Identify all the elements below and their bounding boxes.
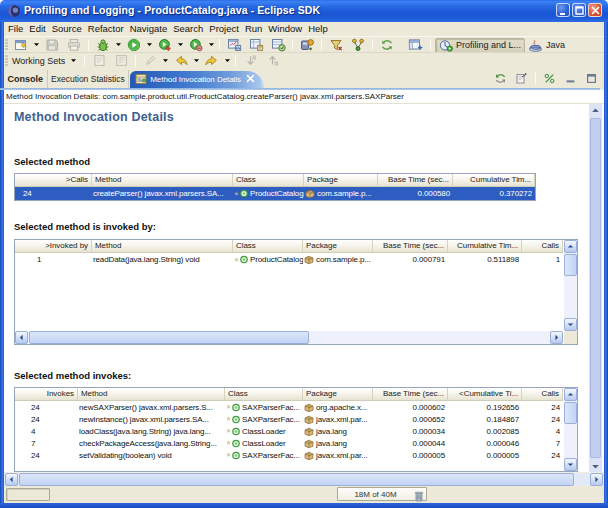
profile-icon[interactable] xyxy=(156,37,174,53)
toolbar-drag-handle[interactable] xyxy=(5,39,8,51)
column-header[interactable]: >Calls xyxy=(15,174,92,186)
close-icon[interactable] xyxy=(246,74,255,85)
minimize-button[interactable] xyxy=(556,3,570,17)
scroll-right-icon[interactable] xyxy=(590,473,603,486)
filter-tb-icon[interactable] xyxy=(327,37,345,53)
new-wizard-icon[interactable] xyxy=(12,37,30,53)
toolbar-drag-handle[interactable] xyxy=(5,55,8,67)
column-header[interactable]: Method xyxy=(92,174,233,186)
maximize-button[interactable] xyxy=(572,3,586,17)
scroll-down-icon[interactable] xyxy=(589,460,602,472)
scroll-left-icon[interactable] xyxy=(5,473,18,486)
column-header[interactable]: Cumulative Tim... xyxy=(448,240,522,252)
content-vertical-scrollbar[interactable] xyxy=(589,104,602,472)
table-row[interactable]: 24createParser() javax.xml.parsers.SA...… xyxy=(15,187,535,200)
percent-icon[interactable] xyxy=(541,70,558,86)
minimize-view-icon[interactable] xyxy=(562,70,579,86)
content-scroll-thumb[interactable] xyxy=(590,118,601,458)
column-header[interactable]: >Invoked by xyxy=(15,240,92,252)
annotation-icon[interactable] xyxy=(90,53,108,69)
inheritance-icon[interactable] xyxy=(349,37,367,53)
table-row[interactable]: 24newSAXParser() javax.xml.parsers.S...S… xyxy=(15,401,563,413)
attach-agent-icon[interactable] xyxy=(298,37,316,53)
forward-caret-icon[interactable] xyxy=(223,53,232,69)
column-header[interactable]: Base Time (sec... xyxy=(378,174,453,186)
coverage-view-icon[interactable] xyxy=(269,37,287,53)
tab-console[interactable]: Console xyxy=(4,70,48,88)
column-header[interactable]: Method xyxy=(92,240,233,252)
column-header[interactable]: Package xyxy=(304,174,378,186)
table-row[interactable]: 4loadClass(java.lang.String) java.lang..… xyxy=(15,425,563,437)
debug-icon[interactable] xyxy=(94,37,112,53)
table-vertical-scrollbar[interactable] xyxy=(564,240,577,331)
table-row[interactable]: 1readData(java.lang.String) voidProductC… xyxy=(15,253,563,266)
horizontal-scrollbar[interactable] xyxy=(4,472,604,486)
menu-refactor[interactable]: Refactor xyxy=(85,22,127,36)
table-vertical-scrollbar[interactable] xyxy=(564,388,577,471)
next-annotation-icon[interactable] xyxy=(241,53,259,69)
column-header[interactable]: Package xyxy=(303,240,373,252)
menu-navigate[interactable]: Navigate xyxy=(127,22,171,36)
scroll-thumb[interactable] xyxy=(29,331,309,344)
menu-file[interactable]: File xyxy=(5,22,26,36)
menu-help[interactable]: Help xyxy=(305,22,331,36)
last-edit-caret-icon[interactable] xyxy=(161,53,170,69)
scroll-down-icon[interactable] xyxy=(564,458,577,471)
scroll-left-icon[interactable] xyxy=(15,331,28,344)
column-header[interactable]: Calls xyxy=(522,240,563,252)
menu-source[interactable]: Source xyxy=(49,22,85,36)
title-bar[interactable]: Profiling and Logging - ProductCatalog.j… xyxy=(0,0,608,22)
open-source-icon[interactable] xyxy=(513,70,530,86)
column-header[interactable]: Base Time (sec... xyxy=(373,240,448,252)
column-header[interactable]: Class xyxy=(225,388,303,400)
run-caret-icon[interactable] xyxy=(145,37,154,53)
open-perspective-icon[interactable] xyxy=(407,37,425,53)
working-sets-dropdown[interactable]: Working Sets xyxy=(10,54,81,68)
print-icon[interactable] xyxy=(65,37,83,53)
column-header[interactable]: Calls xyxy=(522,388,563,400)
back-caret-icon[interactable] xyxy=(192,53,201,69)
column-header[interactable]: Class xyxy=(233,240,303,252)
table-horizontal-scrollbar[interactable] xyxy=(15,331,563,344)
refresh-monitor-icon[interactable] xyxy=(378,37,396,53)
scroll-thumb[interactable] xyxy=(564,402,577,424)
mark-occurrences-icon[interactable] xyxy=(112,53,130,69)
perspective-profiling-and-l-[interactable]: Profiling and L... xyxy=(435,38,525,53)
table-row[interactable]: 24setValidating(boolean) voidSAXParserFa… xyxy=(15,449,563,461)
column-header[interactable]: Class xyxy=(233,174,304,186)
close-button[interactable] xyxy=(588,3,602,17)
column-header[interactable]: Method xyxy=(78,388,225,400)
run-icon[interactable] xyxy=(125,37,143,53)
column-header[interactable]: Base Time (sec... xyxy=(373,388,448,400)
perspective-java[interactable]: Java xyxy=(526,38,568,53)
trash-icon[interactable] xyxy=(413,488,425,500)
forward-icon[interactable] xyxy=(203,53,221,69)
menu-project[interactable]: Project xyxy=(206,22,242,36)
profile-caret-icon[interactable] xyxy=(176,37,185,53)
column-header[interactable]: <Cumulative Ti... xyxy=(448,388,522,400)
column-header[interactable]: Package xyxy=(303,388,373,400)
maximize-view-icon[interactable] xyxy=(583,70,600,86)
column-header[interactable]: Cumulative Tim... xyxy=(453,174,535,186)
profiling-view-icon[interactable] xyxy=(225,37,243,53)
menu-run[interactable]: Run xyxy=(242,22,265,36)
scroll-up-icon[interactable] xyxy=(564,388,577,401)
column-header[interactable]: Invokes xyxy=(15,388,78,400)
menu-edit[interactable]: Edit xyxy=(26,22,48,36)
run-last-icon[interactable] xyxy=(187,37,205,53)
run-last-caret-icon[interactable] xyxy=(207,37,216,53)
prev-annotation-icon[interactable] xyxy=(263,53,281,69)
tab-execution-statistics[interactable]: Execution Statistics xyxy=(48,70,130,88)
menu-search[interactable]: Search xyxy=(170,22,206,36)
tab-method-invocation-details[interactable]: Method Invocation Details xyxy=(130,71,264,88)
new-wizard-caret-icon[interactable] xyxy=(32,37,41,53)
table-row[interactable]: 7checkPackageAccess(java.lang.String...C… xyxy=(15,437,563,449)
last-edit-icon[interactable] xyxy=(141,53,159,69)
execution-stats-icon[interactable] xyxy=(247,37,265,53)
save-icon[interactable] xyxy=(43,37,61,53)
scroll-thumb[interactable] xyxy=(19,473,574,486)
debug-caret-icon[interactable] xyxy=(114,37,123,53)
scroll-thumb[interactable] xyxy=(564,254,577,276)
refresh-icon[interactable] xyxy=(492,70,509,86)
table-row[interactable]: 24newInstance() javax.xml.parsers.SA...S… xyxy=(15,413,563,425)
